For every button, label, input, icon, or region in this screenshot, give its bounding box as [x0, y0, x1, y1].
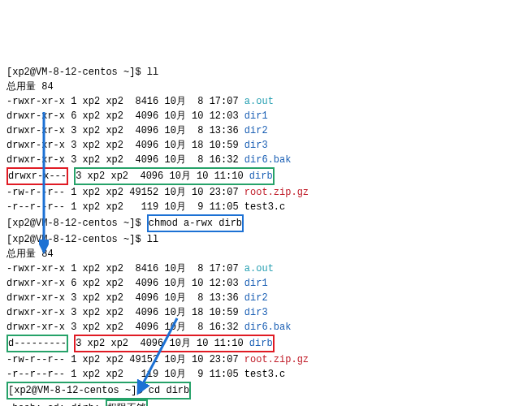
ls-row: -rwxr-xr-x 1 xp2 xp2 8416 10月 8 17:07 a.… — [6, 263, 274, 274]
error-line: -bash: cd: dirb: 权限不够 — [6, 403, 148, 406]
total-line: 总用量 84 — [6, 81, 54, 93]
ls-row: drwxr-xr-x 3 xp2 xp2 4096 10月 8 13:36 di… — [6, 292, 268, 304]
ls-row: drwxr-xr-x 3 xp2 xp2 4096 10月 8 13:36 di… — [6, 125, 268, 136]
perm-box-after: d--------- — [6, 335, 68, 352]
dirb-rest-box-after: 3 xp2 xp2 4096 10月 10 11:10 dirb — [74, 335, 274, 352]
ls-row: drwxr-xr-x 3 xp2 xp2 4096 10月 18 10:59 d… — [6, 307, 268, 318]
ls-row: drwxr-xr-x 3 xp2 xp2 4096 10月 8 16:32 di… — [6, 154, 291, 166]
total-line: 总用量 84 — [6, 248, 54, 260]
error-msg-box: 权限不够 — [106, 400, 148, 406]
ls-row-dirb-before: drwxr-x--- 3 xp2 xp2 4096 10月 10 11:10 d… — [6, 171, 275, 182]
command-chmod: chmod a-rwx dirb — [147, 214, 244, 232]
ls-row: drwxr-xr-x 3 xp2 xp2 4096 10月 18 10:59 d… — [6, 140, 268, 151]
ls-row: drwxr-xr-x 6 xp2 xp2 4096 10月 10 12:03 d… — [6, 278, 268, 289]
dirb-rest-box-before: 3 xp2 xp2 4096 10月 10 11:10 dirb — [74, 167, 274, 185]
perm-box-before: drwxr-x--- — [6, 167, 68, 185]
ls-row: -rw-r--r-- 1 xp2 xp2 49152 10月 10 23:07 … — [6, 187, 309, 198]
shell-prompt: [xp2@VM-8-12-centos ~]$ — [6, 67, 147, 78]
ls-row: -r--r--r-- 1 xp2 xp2 119 10月 9 11:05 tes… — [6, 369, 285, 380]
ls-row-dirb-after: d--------- 3 xp2 xp2 4096 10月 10 11:10 d… — [6, 338, 275, 349]
cd-cmd-box: [xp2@VM-8-12-centos ~]$ cd dirb — [6, 382, 191, 400]
ls-row: drwxr-xr-x 6 xp2 xp2 4096 10月 10 12:03 d… — [6, 110, 268, 122]
ls-row: -r--r--r-- 1 xp2 xp2 119 10月 9 11:05 tes… — [6, 201, 285, 213]
terminal-output: [xp2@VM-8-12-centos ~]$ ll 总用量 84 -rwxr-… — [6, 65, 532, 406]
command-ll: ll — [147, 234, 158, 245]
shell-prompt: [xp2@VM-8-12-centos ~]$ — [6, 218, 147, 229]
shell-prompt: [xp2@VM-8-12-centos ~]$ — [6, 234, 147, 245]
ls-row: -rwxr-xr-x 1 xp2 xp2 8416 10月 8 17:07 a.… — [6, 96, 274, 107]
command-cd: cd dirb — [149, 385, 189, 396]
ls-row: drwxr-xr-x 3 xp2 xp2 4096 10月 8 16:32 di… — [6, 322, 291, 333]
ls-row: -rw-r--r-- 1 xp2 xp2 49152 10月 10 23:07 … — [6, 354, 309, 365]
command-ll: ll — [147, 67, 158, 78]
shell-prompt: [xp2@VM-8-12-centos ~]$ — [8, 385, 149, 396]
